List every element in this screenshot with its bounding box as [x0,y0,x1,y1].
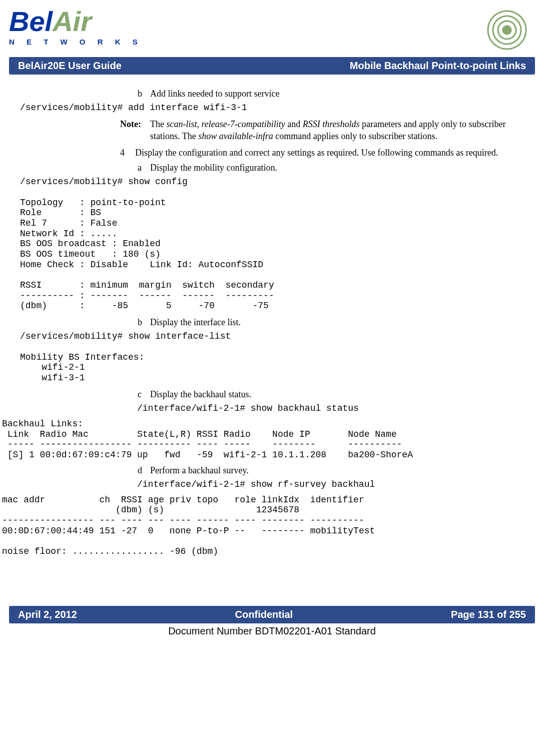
code-step-4d: /interface/wifi-2-1# show rf-survey back… [137,479,514,490]
substep-text: Display the backhaul status. [150,388,514,400]
substep-label: c [138,388,150,400]
step-4: 4 Display the configuration and correct … [120,147,514,159]
note-label: Note: [120,118,150,143]
rf-survey-output: mac addr ch RSSI age priv topo role link… [0,495,544,557]
code-step-4b: /services/mobility# show interface-list … [20,331,514,383]
code-step-4c: /interface/wifi-2-1# show backhaul statu… [137,403,514,414]
substep-4d: d Perform a backhaul survey. [138,464,514,476]
content-area: b Add links needed to support service /s… [0,88,544,414]
header: BelAir N E T W O R K S [0,0,544,55]
document-number: Document Number BDTM02201-A01 Standard [0,625,544,637]
logo-belair: BelAir N E T W O R K S [9,5,143,46]
substep-label: d [138,464,150,476]
substep-b: b Add links needed to support service [138,88,514,100]
substep-text: Add links needed to support service [150,88,514,100]
footer-confidential: Confidential [235,609,293,620]
note-body: The scan-list, release-7-compatibility a… [150,118,514,143]
step4-text: Display the configuration and correct an… [135,147,498,159]
code-step-4a: /services/mobility# show config Topology… [20,177,514,311]
substep-4a: a Display the mobility configuration. [138,162,514,174]
title-bar: BelAir20E User Guide Mobile Backhaul Poi… [9,57,535,75]
substep-text: Perform a backhaul survey. [150,464,514,476]
substep-label: a [138,162,150,174]
note-block: Note: The scan-list, release-7-compatibi… [120,118,514,143]
code-step-b: /services/mobility# add interface wifi-3… [20,103,514,113]
substep-label: b [138,316,150,328]
logo-swirl-icon [465,5,535,55]
step4-num: 4 [120,147,135,159]
backhaul-links-output: Backhaul Links: Link Radio Mac State(L,R… [0,419,544,460]
substep-label: b [138,88,150,100]
footer-bar: April 2, 2012 Confidential Page 131 of 2… [9,606,535,623]
logo-subtext: N E T W O R K S [9,38,143,46]
guide-title: BelAir20E User Guide [18,60,122,72]
substep-text: Display the interface list. [150,316,514,328]
footer-date: April 2, 2012 [18,609,77,620]
substep-text: Display the mobility configuration. [150,162,514,174]
substep-4b: b Display the interface list. [138,316,514,328]
footer-page: Page 131 of 255 [451,609,526,620]
substep-4c: c Display the backhaul status. [138,388,514,400]
section-title: Mobile Backhaul Point-to-point Links [350,60,526,72]
